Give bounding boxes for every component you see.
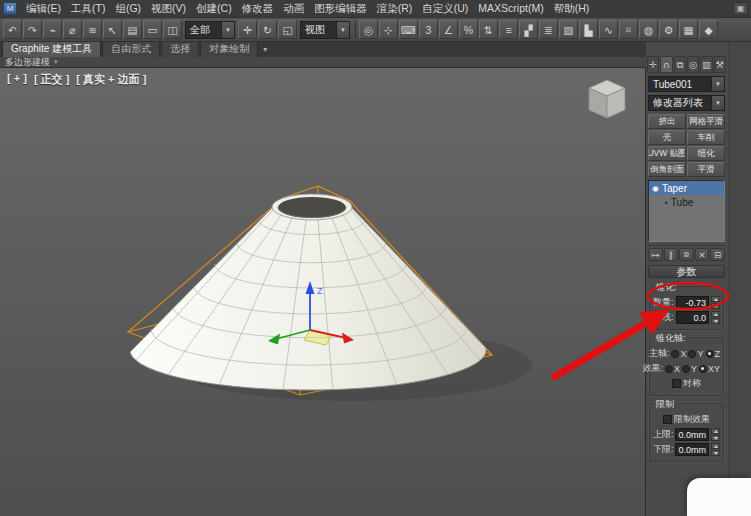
lower-limit-spinner[interactable]	[711, 443, 720, 456]
tab-object-paint[interactable]: 对象绘制	[200, 40, 258, 57]
display-tab[interactable]: ▥	[700, 56, 712, 72]
modifier-button[interactable]: 细化	[687, 146, 725, 161]
render-setup-icon[interactable]: ⚙	[659, 20, 678, 39]
coordinate-system-dropdown[interactable]: 视图 ▼	[300, 21, 350, 39]
tab-selection[interactable]: 选择	[161, 40, 199, 57]
spinner-down-icon[interactable]	[711, 303, 720, 309]
make-unique-icon[interactable]: ⧈	[679, 248, 694, 261]
spinner-down-icon[interactable]	[711, 318, 720, 324]
spinner-snap-icon[interactable]: ⇅	[479, 20, 498, 39]
pin-stack-icon[interactable]: ⊶	[648, 248, 663, 261]
modifier-list-dropdown[interactable]: 修改器列表 ▼	[648, 95, 725, 111]
viewport-shading-menu[interactable]: [ 真实 + 边面 ]	[76, 72, 146, 87]
tab-graphite-modeling[interactable]: Graphite 建模工具	[2, 40, 101, 57]
menu-item[interactable]: 视图(V)	[146, 1, 191, 17]
schematic-view-icon[interactable]: ⌗	[619, 20, 638, 39]
modifier-button[interactable]: 车削	[687, 130, 725, 145]
snap-toggle-icon[interactable]: 3	[419, 20, 438, 39]
spinner-up-icon[interactable]	[711, 311, 720, 317]
lower-limit-input[interactable]: 0.0mm	[675, 443, 709, 456]
amount-input[interactable]: -0.73	[676, 296, 709, 309]
menu-item[interactable]: 组(G)	[110, 1, 146, 17]
curve-editor-icon[interactable]: ∿	[599, 20, 618, 39]
spinner-up-icon[interactable]	[711, 296, 720, 302]
select-by-name-icon[interactable]: ▤	[123, 20, 142, 39]
select-and-rotate-icon[interactable]: ↻	[258, 20, 277, 39]
modifier-button[interactable]: UVW 贴图	[648, 146, 686, 161]
redo-icon[interactable]: ↷	[23, 20, 42, 39]
menu-item[interactable]: 创建(C)	[191, 1, 237, 17]
stack-item-taper[interactable]: ◉ Taper	[649, 181, 724, 195]
viewport-pov-menu[interactable]: [ 正交 ]	[34, 72, 69, 87]
layer-manager-icon[interactable]: ▧	[559, 20, 578, 39]
rendered-frame-icon[interactable]: ▦	[679, 20, 698, 39]
menu-item[interactable]: 渲染(R)	[372, 1, 418, 17]
undo-icon[interactable]: ↶	[3, 20, 22, 39]
effect-x-radio[interactable]: X	[665, 364, 680, 374]
window-crossing-icon[interactable]: ◫	[163, 20, 182, 39]
curve-spinner[interactable]	[711, 311, 720, 324]
selection-filter-dropdown[interactable]: 全部 ▼	[185, 21, 235, 39]
menu-item[interactable]: 自定义(U)	[417, 1, 473, 17]
spinner-up-icon[interactable]	[711, 428, 720, 434]
panel-expand-chevron-icon[interactable]: ▾	[54, 58, 58, 66]
angle-snap-icon[interactable]: ∠	[439, 20, 458, 39]
named-selection-sets-icon[interactable]: ≡	[499, 20, 518, 39]
upper-limit-spinner[interactable]	[711, 428, 720, 441]
amount-spinner[interactable]	[711, 296, 720, 309]
bind-to-spacewarp-icon[interactable]: ≋	[83, 20, 102, 39]
upper-limit-input[interactable]: 0.0mm	[675, 428, 709, 441]
select-object-icon[interactable]: ↖	[103, 20, 122, 39]
effect-xy-radio[interactable]: XY	[699, 364, 720, 374]
align-icon[interactable]: ≣	[539, 20, 558, 39]
limit-effect-checkbox[interactable]	[663, 415, 672, 424]
primary-axis-y-radio[interactable]: Y	[688, 349, 703, 359]
render-production-icon[interactable]: ◆	[699, 20, 718, 39]
modify-tab[interactable]: ∩	[660, 56, 672, 72]
modifier-button[interactable]: 倒角剖面	[648, 162, 686, 177]
menu-item[interactable]: 帮助(H)	[549, 1, 595, 17]
keyboard-shortcut-override-icon[interactable]: ⌨	[399, 20, 418, 39]
create-tab[interactable]: ✛	[647, 56, 659, 72]
object-name-field[interactable]: Tube001 ▼	[648, 76, 725, 92]
menu-item[interactable]: 图形编辑器	[309, 1, 372, 17]
percent-snap-icon[interactable]: %	[459, 20, 478, 39]
viewport[interactable]: [ + ] [ 正交 ] [ 真实 + 边面 ]	[0, 68, 646, 516]
menu-item[interactable]: 工具(T)	[66, 1, 110, 17]
modifier-button[interactable]: 网格平滑	[687, 114, 725, 129]
spinner-up-icon[interactable]	[711, 443, 720, 449]
configure-modifier-sets-icon[interactable]: ⊟	[710, 248, 725, 261]
viewcube[interactable]	[580, 74, 634, 128]
select-and-link-icon[interactable]: ⌁	[43, 20, 62, 39]
primary-axis-z-radio[interactable]: Z	[706, 349, 721, 359]
select-and-move-icon[interactable]: ✛	[238, 20, 257, 39]
stack-item-tube[interactable]: ▪ Tube	[649, 195, 724, 209]
rectangular-selection-region-icon[interactable]: ▭	[143, 20, 162, 39]
effect-y-radio[interactable]: Y	[682, 364, 697, 374]
motion-tab[interactable]: ◎	[687, 56, 699, 72]
select-and-manipulate-icon[interactable]: ⊹	[379, 20, 398, 39]
workspace-icon[interactable]: ▣	[733, 2, 748, 15]
modifier-button[interactable]: 挤出	[648, 114, 686, 129]
curve-input[interactable]: 0.0	[676, 311, 709, 324]
mirror-icon[interactable]: ▞	[519, 20, 538, 39]
unlink-selection-icon[interactable]: ⌀	[63, 20, 82, 39]
menu-item[interactable]: 动画	[278, 1, 309, 17]
material-editor-icon[interactable]: ◍	[639, 20, 658, 39]
show-end-result-icon[interactable]: ∥	[664, 248, 679, 261]
menu-item[interactable]: 编辑(E)	[21, 1, 66, 17]
select-and-scale-icon[interactable]: ◱	[278, 20, 297, 39]
ribbon-options-chevron-icon[interactable]: ▾	[263, 45, 267, 54]
symmetry-checkbox[interactable]	[672, 379, 681, 388]
polygon-modeling-panel-label[interactable]: 多边形建模	[5, 56, 50, 69]
tab-freeform[interactable]: 自由形式	[102, 40, 160, 57]
spinner-down-icon[interactable]	[711, 450, 720, 456]
hierarchy-tab[interactable]: ⧉	[674, 56, 686, 72]
menu-item[interactable]: MAXScript(M)	[473, 1, 548, 17]
modifier-button[interactable]: 平滑	[687, 162, 725, 177]
remove-modifier-icon[interactable]: ✕	[695, 248, 710, 261]
menu-item[interactable]: 修改器	[237, 1, 279, 17]
viewport-general-menu[interactable]: [ + ]	[7, 72, 27, 87]
spinner-down-icon[interactable]	[711, 435, 720, 441]
use-pivot-center-icon[interactable]: ◎	[359, 20, 378, 39]
